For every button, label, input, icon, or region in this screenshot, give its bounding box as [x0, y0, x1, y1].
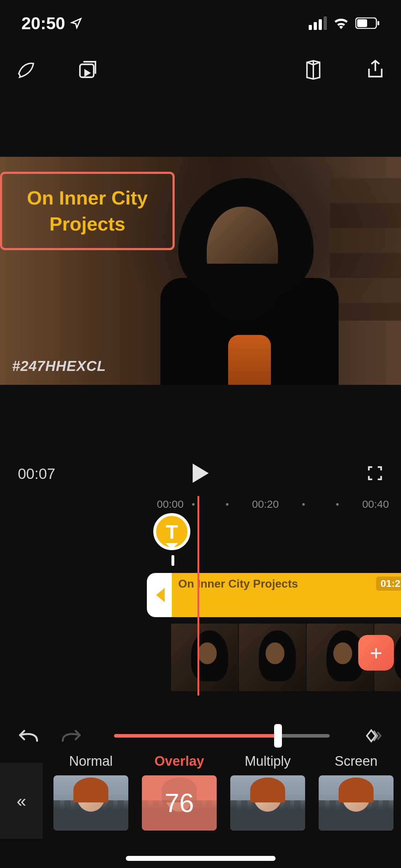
text-overlay-selected[interactable]: On Inner City Projects: [0, 172, 175, 250]
blend-mode-multiply[interactable]: Multiply: [230, 754, 305, 831]
blend-thumb: [319, 775, 394, 831]
overlay-clip-body[interactable]: On Inner City Projects 01:25: [172, 573, 401, 617]
home-indicator[interactable]: [126, 856, 276, 861]
blend-label: Overlay: [154, 754, 204, 769]
playhead[interactable]: [197, 496, 199, 696]
blend-thumb: [230, 775, 305, 831]
blend-mode-picker[interactable]: Normal Overlay 76 Multiply Screen Soft: [0, 754, 401, 846]
status-right: [309, 16, 380, 30]
slider-fill: [114, 734, 278, 738]
video-clip-thumb[interactable]: [239, 624, 306, 691]
battery-icon: [355, 17, 380, 29]
blend-mode-overlay[interactable]: Overlay 76: [142, 754, 217, 831]
text-marker-icon: T: [153, 513, 190, 550]
blend-mode-screen[interactable]: Screen: [319, 754, 394, 831]
location-icon: [70, 17, 82, 29]
timeline[interactable]: T On Inner City Projects 01:25 +: [0, 513, 401, 706]
video-clip-thumb[interactable]: [171, 624, 238, 691]
fullscreen-button[interactable]: [367, 465, 383, 483]
timeline-ruler[interactable]: 00:00 00:20 00:40 01:0: [0, 495, 401, 513]
cellular-icon: [309, 16, 327, 30]
plus-icon: +: [370, 641, 382, 665]
top-toolbar: [0, 52, 401, 87]
slider-thumb[interactable]: [274, 724, 282, 748]
ruler-mark: 00:00: [157, 498, 184, 510]
blend-mode-normal[interactable]: Normal: [53, 754, 128, 831]
overlay-clip-duration: 01:25: [376, 577, 401, 591]
redo-button[interactable]: [61, 725, 82, 746]
add-clip-button[interactable]: +: [358, 635, 394, 671]
overlay-clip-label: On Inner City Projects: [178, 577, 298, 590]
blend-thumb: [53, 775, 128, 831]
library-button[interactable]: [76, 58, 99, 81]
svg-rect-1: [357, 19, 367, 27]
overlay-trim-left-handle[interactable]: [147, 573, 172, 617]
text-marker[interactable]: T: [153, 513, 192, 559]
ruler-mark: 00:20: [252, 498, 279, 510]
ruler-mark: 00:40: [362, 498, 389, 510]
blend-label: Multiply: [245, 754, 291, 769]
share-button[interactable]: [364, 58, 387, 81]
blend-thumb: 76: [142, 775, 217, 831]
overlay-clip[interactable]: On Inner City Projects 01:25: [147, 573, 401, 617]
blend-value: 76: [142, 775, 217, 831]
play-button[interactable]: [192, 464, 209, 484]
keyframe-button[interactable]: [362, 725, 383, 746]
controls-row: [0, 716, 401, 755]
svg-rect-2: [377, 21, 379, 25]
playback-bar: 00:07: [0, 460, 401, 488]
undo-button[interactable]: [18, 725, 39, 746]
overlay-title-line1: On Inner City: [27, 185, 148, 211]
video-preview[interactable]: On Inner City Projects #247HHEXCL: [0, 157, 401, 385]
status-time-group: 20:50: [21, 14, 82, 33]
preview-watermark: #247HHEXCL: [12, 358, 106, 374]
opacity-slider[interactable]: [114, 734, 330, 738]
preset-button[interactable]: [302, 58, 325, 81]
current-time: 00:07: [18, 465, 55, 482]
blend-label: Screen: [335, 754, 377, 769]
status-bar: 20:50: [0, 0, 401, 46]
wifi-icon: [333, 17, 349, 29]
status-time: 20:50: [21, 14, 65, 33]
home-button[interactable]: [14, 58, 37, 81]
blend-label: Normal: [69, 754, 113, 769]
overlay-title-line2: Projects: [49, 211, 125, 237]
